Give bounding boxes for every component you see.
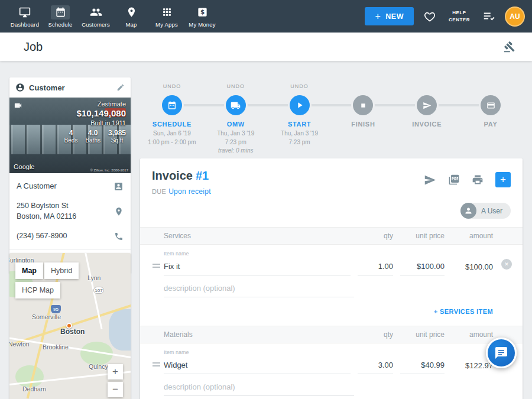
street-view-icon: [14, 101, 22, 110]
chat-fab-button[interactable]: [486, 338, 517, 368]
send-invoice-icon[interactable]: [424, 174, 436, 186]
user-avatar[interactable]: AU: [505, 7, 525, 27]
customer-card: Customer Zestimate $10,149,080 Built in …: [9, 77, 131, 273]
drag-handle-icon[interactable]: [148, 264, 164, 275]
hybrid-type-button[interactable]: Hybrid: [44, 262, 79, 279]
map-label: Quincy: [89, 363, 108, 370]
zoom-in-button[interactable]: +: [108, 364, 123, 379]
route-shield: 107: [93, 287, 104, 294]
step-label: OMW: [204, 121, 268, 128]
material-amount: $122.97: [452, 361, 493, 374]
step-invoice: INVOICE: [395, 83, 459, 155]
pay-step-button[interactable]: [481, 95, 501, 115]
invoice-step-button[interactable]: [417, 95, 437, 115]
service-qty-input[interactable]: [358, 262, 393, 275]
service-description-input[interactable]: [164, 284, 354, 297]
activity-list-icon[interactable]: [482, 10, 495, 23]
zestimate-overlay: Zestimate $10,149,080 Built in 1911 4Bed…: [64, 100, 126, 144]
top-navbar: Dashboard Schedule Customers Map My Apps…: [0, 0, 532, 33]
heart-icon[interactable]: [423, 10, 436, 23]
map-label: Newton: [9, 340, 30, 348]
send-icon: [423, 101, 432, 110]
apps-grid-icon: [157, 5, 176, 20]
account-circle-icon: [15, 83, 25, 92]
pdf-icon[interactable]: [448, 174, 460, 186]
due-terms-link[interactable]: Upon receipt: [168, 187, 211, 196]
customer-name-row: A Customer: [17, 176, 124, 196]
start-step-button[interactable]: [290, 95, 310, 115]
finish-step-button[interactable]: [353, 95, 373, 115]
phone-icon[interactable]: [114, 232, 124, 241]
step-detail: Thu, Jan 3 '19 7:23 pm: [268, 129, 332, 147]
sqft-label: Sq.ft: [108, 137, 126, 144]
gavel-icon[interactable]: [504, 41, 515, 53]
nav-item-map[interactable]: Map: [113, 0, 149, 33]
nav-item-my-apps[interactable]: My Apps: [149, 0, 184, 33]
plus-icon: +: [375, 11, 381, 22]
calendar-icon: [167, 100, 177, 110]
main-content: Customer Zestimate $10,149,080 Built in …: [0, 61, 532, 399]
sqft-value: 3,985: [108, 129, 126, 137]
material-unit-price-input[interactable]: [400, 361, 445, 374]
material-description-input[interactable]: [164, 382, 354, 396]
assignee-pill[interactable]: A User: [460, 203, 511, 219]
service-name-input[interactable]: [164, 262, 351, 275]
help-center-link[interactable]: HELP CENTER: [446, 9, 473, 24]
step-start: UNDO START Thu, Jan 3 '19 7:23 pm: [268, 83, 332, 155]
address-line2: Boston, MA 02116: [17, 212, 76, 220]
location-pin-icon[interactable]: [114, 207, 124, 216]
new-button[interactable]: + NEW: [365, 7, 414, 25]
nav-item-dashboard[interactable]: Dashboard: [7, 0, 43, 33]
qty-column-header: qty: [358, 232, 393, 240]
drag-handle-icon[interactable]: [148, 362, 164, 374]
chat-bubble-icon: [494, 346, 508, 360]
service-item-row: Item name $100.00 ✕: [140, 245, 523, 275]
nav-item-my-money[interactable]: $ My Money: [184, 0, 220, 33]
item-name-label: Item name: [164, 251, 351, 257]
remove-item-icon[interactable]: ✕: [501, 259, 512, 270]
print-icon[interactable]: [472, 174, 484, 186]
undo-link[interactable]: UNDO: [268, 83, 332, 92]
assignee-avatar: [460, 203, 476, 219]
property-stats: 4Beds 4.0Baths 3,985Sq.ft: [64, 129, 126, 144]
beds-label: Beds: [64, 137, 78, 144]
customer-address-row: 250 Boylston St Boston, MA 02116: [17, 196, 124, 226]
edit-customer-icon[interactable]: [116, 83, 125, 92]
navbar-right: + NEW HELP CENTER AU: [365, 7, 525, 27]
nav-item-schedule[interactable]: Schedule: [43, 0, 78, 33]
map-label: Brookline: [43, 343, 69, 351]
material-qty-input[interactable]: [358, 361, 393, 374]
material-description-row: [140, 374, 523, 396]
amount-column-header: amount: [452, 330, 493, 339]
zillow-copyright: © Zillow, Inc. 2006-2017: [90, 168, 128, 172]
add-services-item-link[interactable]: + SERVICES ITEM: [140, 297, 523, 323]
map-card: Burlington Lynn Somerville Boston Newton…: [9, 253, 131, 399]
service-unit-price-input[interactable]: [400, 262, 445, 275]
job-location-marker[interactable]: [66, 323, 72, 329]
material-item-row: Item name $122.97: [140, 343, 523, 374]
step-label: INVOICE: [395, 121, 459, 128]
customer-card-header: Customer: [9, 77, 131, 98]
undo-link[interactable]: UNDO: [204, 83, 268, 92]
material-name-input[interactable]: [164, 361, 351, 374]
omw-step-button[interactable]: [226, 95, 246, 115]
invoice-actions: +: [424, 169, 511, 187]
customer-name: A Customer: [17, 181, 57, 192]
add-materials-item-link[interactable]: + MATERIALS ITEM: [140, 396, 523, 399]
add-invoice-item-button[interactable]: +: [495, 172, 511, 187]
map-type-button[interactable]: Map: [15, 262, 43, 279]
nav-item-customers[interactable]: Customers: [78, 0, 113, 33]
invoice-due: DUEUpon receipt: [152, 187, 211, 196]
map-pin-icon: [122, 5, 141, 20]
nav-label: Schedule: [48, 21, 72, 28]
truck-icon: [231, 100, 241, 111]
invoice-title: Invoice#1: [152, 169, 211, 183]
zestimate-price: $10,149,080: [64, 108, 126, 118]
undo-link[interactable]: UNDO: [140, 83, 204, 92]
step-detail: Thu, Jan 3 '19 7:23 pm travel: 0 mins: [204, 129, 268, 155]
contact-card-icon[interactable]: [113, 181, 124, 192]
hcp-map-button[interactable]: HCP Map: [15, 282, 60, 299]
schedule-step-button[interactable]: [162, 95, 182, 115]
address-line1: 250 Boylston St: [17, 202, 69, 210]
zoom-out-button[interactable]: −: [108, 382, 123, 397]
